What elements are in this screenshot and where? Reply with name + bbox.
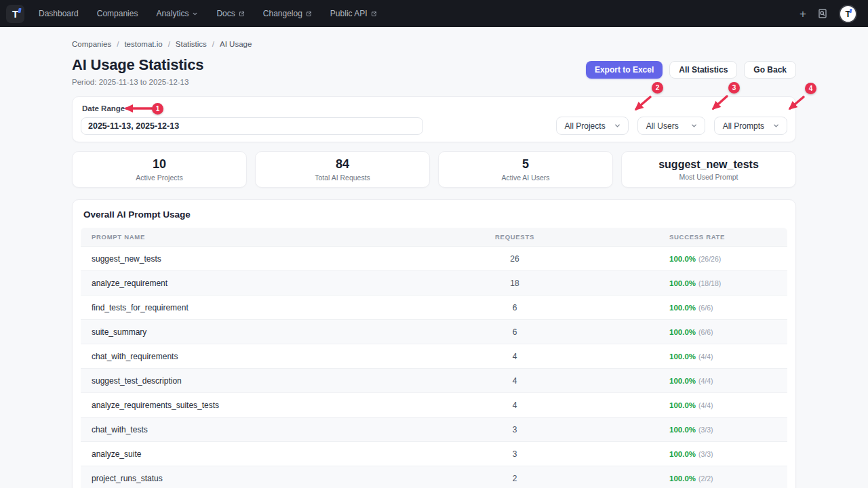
requests-cell: 26: [447, 254, 583, 264]
column-header-requests: REQUESTS: [447, 233, 583, 241]
user-avatar[interactable]: T: [839, 5, 857, 23]
requests-cell: 4: [447, 376, 583, 386]
success-rate-cell: 100.0%(6/6): [583, 303, 787, 312]
requests-cell: 6: [447, 327, 583, 337]
date-range-group: Date Range 2025-11-13, 2025-12-13: [81, 104, 423, 135]
nav-item-docs[interactable]: Docs: [216, 9, 244, 18]
nav-item-dashboard[interactable]: Dashboard: [39, 9, 79, 18]
page-header-left: AI Usage Statistics Period: 2025-11-13 t…: [72, 56, 203, 86]
export-to-excel-button[interactable]: Export to Excel: [586, 61, 663, 79]
prompt-name-cell: find_tests_for_requirement: [81, 303, 447, 312]
annotation-badge-4: 4: [805, 83, 816, 94]
projects-select-value: All Projects: [565, 121, 606, 131]
stat-label: Active Projects: [136, 174, 182, 182]
table-row: chat_with_requirements 4 100.0%(4/4): [81, 344, 787, 368]
filter-selects: All Projects All Users All Prompts: [556, 117, 787, 135]
page-header-buttons: Export to Excel All Statistics Go Back: [586, 61, 796, 86]
prompt-name-cell: analyze_requirement: [81, 279, 447, 288]
users-select-value: All Users: [646, 121, 679, 131]
success-rate-value: 100.0%: [669, 352, 696, 361]
table-row: analyze_requirement 18 100.0%(18/18): [81, 270, 787, 295]
column-header-success-rate: SUCCESS RATE: [583, 233, 787, 241]
success-rate-detail: (6/6): [698, 304, 713, 312]
users-select[interactable]: All Users: [637, 117, 705, 135]
chevron-down-icon: [772, 122, 780, 129]
top-navigation: T Dashboard Companies Analytics Docs Cha…: [0, 0, 868, 27]
stat-value: 84: [336, 157, 349, 171]
requests-cell: 6: [447, 303, 583, 312]
stat-label: Active AI Users: [501, 174, 549, 182]
stat-label: Total AI Requests: [315, 174, 370, 182]
success-rate-value: 100.0%: [669, 304, 696, 312]
breadcrumb-companies[interactable]: Companies: [72, 40, 111, 48]
success-rate-value: 100.0%: [669, 401, 696, 409]
success-rate-cell: 100.0%(3/3): [583, 425, 787, 434]
table-header-row: PROMPT NAME REQUESTS SUCCESS RATE: [81, 228, 787, 246]
success-rate-detail: (6/6): [698, 328, 713, 336]
table-title: Overall AI Prompt Usage: [83, 209, 787, 220]
requests-cell: 2: [447, 474, 583, 483]
success-rate-value: 100.0%: [669, 377, 696, 385]
breadcrumb-separator: /: [117, 40, 119, 48]
success-rate-detail: (4/4): [698, 377, 713, 385]
stat-label: Most Used Prompt: [679, 173, 738, 181]
breadcrumb: Companies / testomat.io / Statistics / A…: [72, 40, 796, 48]
prompt-usage-card: Overall AI Prompt Usage PROMPT NAME REQU…: [72, 199, 796, 488]
external-link-icon: [306, 11, 312, 17]
external-link-icon: [239, 11, 245, 17]
success-rate-detail: (3/3): [698, 450, 713, 458]
page-title: AI Usage Statistics: [72, 56, 203, 74]
stat-card-total-requests: 84 Total AI Requests: [255, 151, 430, 188]
success-rate-detail: (18/18): [698, 279, 721, 287]
period-text: Period: 2025-11-13 to 2025-12-13: [72, 78, 203, 86]
stat-value: 10: [153, 157, 166, 171]
topbar-right: + T: [800, 5, 857, 23]
nav-item-label: Changelog: [263, 9, 302, 18]
prompts-select[interactable]: All Prompts: [714, 117, 787, 135]
requests-cell: 3: [447, 425, 583, 434]
all-statistics-button[interactable]: All Statistics: [669, 61, 737, 79]
go-back-button[interactable]: Go Back: [744, 61, 796, 79]
add-icon[interactable]: +: [800, 8, 806, 20]
app-logo-accent: [18, 8, 21, 13]
success-rate-detail: (4/4): [698, 401, 713, 409]
success-rate-value: 100.0%: [669, 279, 696, 287]
nav-item-label: Analytics: [156, 9, 189, 18]
success-rate-detail: (4/4): [698, 352, 713, 361]
prompt-name-cell: chat_with_requirements: [81, 352, 447, 361]
nav-item-analytics[interactable]: Analytics: [156, 9, 198, 18]
success-rate-cell: 100.0%(18/18): [583, 279, 787, 288]
success-rate-cell: 100.0%(3/3): [583, 449, 787, 459]
success-rate-cell: 100.0%(2/2): [583, 474, 787, 483]
page-header: AI Usage Statistics Period: 2025-11-13 t…: [72, 56, 796, 86]
requests-cell: 3: [447, 449, 583, 459]
prompt-name-cell: analyze_requirements_suites_tests: [81, 401, 447, 410]
app-logo[interactable]: T: [6, 5, 24, 23]
nav-item-label: Dashboard: [39, 9, 79, 18]
stat-card-active-projects: 10 Active Projects: [72, 151, 247, 188]
success-rate-cell: 100.0%(4/4): [583, 376, 787, 386]
nav-item-companies[interactable]: Companies: [97, 9, 138, 18]
prompt-name-cell: analyze_suite: [81, 449, 447, 459]
requests-cell: 4: [447, 401, 583, 410]
nav-item-changelog[interactable]: Changelog: [263, 9, 312, 18]
projects-select[interactable]: All Projects: [556, 117, 629, 135]
requests-cell: 4: [447, 352, 583, 361]
breadcrumb-company[interactable]: testomat.io: [124, 40, 162, 48]
stat-value: suggest_new_tests: [658, 159, 759, 171]
table-row: find_tests_for_requirement 6 100.0%(6/6): [81, 295, 787, 319]
prompt-name-cell: suggest_test_description: [81, 376, 447, 386]
chevron-down-icon: [690, 122, 698, 129]
requests-cell: 18: [447, 279, 583, 288]
user-avatar-accent: [849, 9, 852, 13]
prompts-select-value: All Prompts: [723, 121, 764, 131]
chevron-down-icon: [614, 122, 621, 129]
breadcrumb-statistics[interactable]: Statistics: [176, 40, 207, 48]
changelog-reader-icon[interactable]: [817, 8, 828, 19]
nav-item-public-api[interactable]: Public API: [330, 9, 377, 18]
success-rate-value: 100.0%: [669, 328, 696, 336]
date-range-input[interactable]: 2025-11-13, 2025-12-13: [81, 117, 423, 135]
prompt-name-cell: chat_with_tests: [81, 425, 447, 434]
success-rate-value: 100.0%: [669, 450, 696, 458]
success-rate-value: 100.0%: [669, 255, 696, 263]
